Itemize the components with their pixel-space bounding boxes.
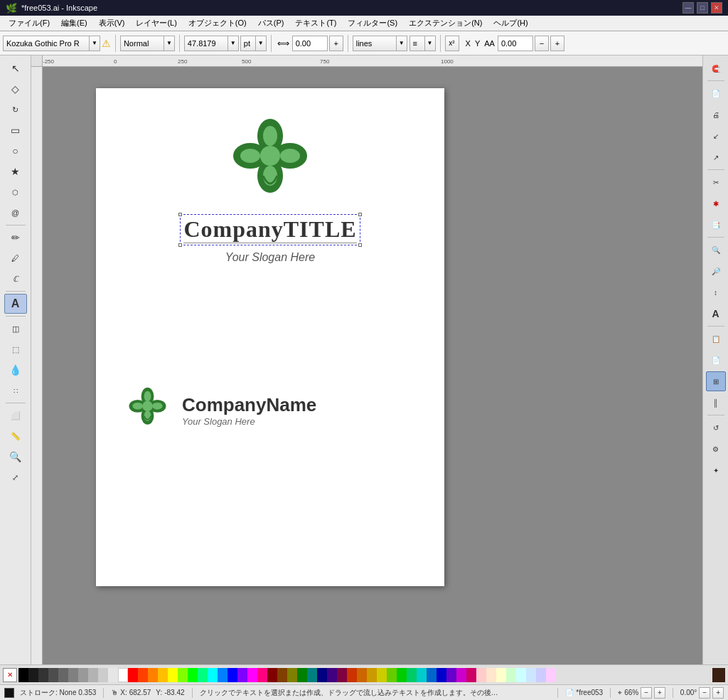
palette-swatch-amber[interactable] [158, 668, 168, 682]
palette-swatch-teal[interactable] [307, 668, 317, 682]
font-unit-dropdown[interactable]: pt ▼ [240, 36, 267, 51]
company-title-selection[interactable]: CompanyTITLE [180, 214, 360, 245]
palette-swatch-dark-green[interactable] [297, 668, 307, 682]
palette-swatch-magenta[interactable] [247, 668, 257, 682]
snap-grid2-btn[interactable]: ⊞ [706, 371, 726, 391]
line-spacing-arrow[interactable]: ▼ [396, 36, 407, 51]
palette-none-swatch[interactable]: ✕ [3, 668, 17, 682]
fill-box-icon[interactable] [4, 688, 14, 698]
snap-doc-btn[interactable]: 📄 [706, 350, 726, 370]
palette-swatch-med-blue[interactable] [437, 668, 446, 682]
palette-swatch-red[interactable] [128, 668, 138, 682]
palette-swatch-purple[interactable] [327, 668, 337, 682]
spray-tool[interactable]: ∷ [4, 381, 27, 401]
palette-swatch-sky[interactable] [417, 668, 427, 682]
align-dropdown[interactable]: ≡ ▼ [410, 36, 436, 51]
measure-tool[interactable]: 📏 [4, 426, 27, 446]
font-size-dropdown[interactable]: 47.8179 ▼ [184, 36, 239, 51]
palette-swatch-maroon[interactable] [337, 668, 347, 682]
eyedropper-tool[interactable]: 💧 [4, 360, 27, 380]
align-arrow[interactable]: ▼ [424, 36, 435, 51]
selector-tool[interactable]: ↖ [4, 58, 27, 78]
palette-swatch-lt-green[interactable] [506, 668, 516, 682]
palette-swatch-hot-pink[interactable] [466, 668, 476, 682]
snap-misc2-btn[interactable]: ⚙ [706, 439, 726, 459]
zoom-tool[interactable]: 🔍 [4, 447, 27, 467]
menu-view[interactable]: 表示(V) [93, 16, 131, 30]
snap-copy-btn[interactable]: 📋 [706, 329, 726, 349]
palette-swatch-green[interactable] [188, 668, 198, 682]
spiral-tool[interactable]: @ [4, 203, 27, 223]
palette-swatch-orange1[interactable] [138, 668, 148, 682]
rotation-down-btn[interactable]: − [699, 687, 710, 699]
close-button[interactable]: ✕ [711, 2, 722, 14]
menu-filters[interactable]: フィルター(S) [342, 16, 403, 30]
palette-swatch-lt-cyan[interactable] [516, 668, 526, 682]
snap-enable-btn[interactable]: 🧲 [706, 58, 726, 78]
menu-layer[interactable]: レイヤー(L) [130, 16, 182, 30]
canvas-area[interactable]: -250 0 250 500 750 1000 [31, 55, 702, 664]
palette-swatch-med-vio[interactable] [446, 668, 456, 682]
3dbox-tool[interactable]: ⬡ [4, 182, 27, 202]
kerning-up[interactable]: + [329, 36, 343, 51]
star-tool[interactable]: ★ [4, 161, 27, 181]
palette-swatch-yellow-g[interactable] [377, 668, 387, 682]
snap-path-btn[interactable]: ↗ [706, 147, 726, 167]
kerning-input[interactable]: 0.00 [292, 36, 328, 51]
snap-zoom-out-btn[interactable]: 🔎 [706, 261, 726, 281]
handle-bl[interactable] [178, 243, 182, 247]
palette-swatch-blue[interactable] [228, 668, 237, 682]
snap-a-btn[interactable]: A [706, 304, 726, 324]
palette-swatch-cornblue[interactable] [427, 668, 437, 682]
snap-misc1-btn[interactable]: ↺ [706, 418, 726, 438]
coord-minus[interactable]: − [535, 36, 549, 51]
palette-swatch-lt-pink[interactable] [546, 668, 556, 682]
ellipse-tool[interactable]: ○ [4, 141, 27, 161]
palette-swatch-azure[interactable] [218, 668, 228, 682]
palette-swatch-99[interactable] [78, 668, 88, 682]
minimize-button[interactable]: — [682, 2, 694, 14]
palette-swatch-lavender[interactable] [536, 668, 546, 682]
line-spacing-dropdown[interactable]: lines ▼ [353, 36, 407, 51]
palette-swatch-med-mag[interactable] [456, 668, 466, 682]
palette-swatch-pink-lt[interactable] [476, 668, 486, 682]
maximize-button[interactable]: □ [697, 2, 708, 14]
palette-swatch-med-green[interactable] [397, 668, 407, 682]
font-style-dropdown[interactable]: Normal ▼ [120, 36, 175, 51]
menu-object[interactable]: オブジェクト(O) [183, 16, 252, 30]
superscript-btn[interactable]: x² [445, 36, 459, 51]
connector-tool[interactable]: ⤢ [4, 467, 27, 487]
palette-swatch-1a[interactable] [28, 668, 38, 682]
menu-file[interactable]: ファイル(F) [3, 16, 55, 30]
title-bar-controls[interactable]: — □ ✕ [682, 2, 722, 14]
palette-swatch-4d[interactable] [48, 668, 58, 682]
palette-swatch-white[interactable] [118, 668, 128, 682]
font-unit-arrow[interactable]: ▼ [255, 36, 266, 51]
palette-swatch-brown[interactable] [277, 668, 287, 682]
menu-edit[interactable]: 編集(E) [55, 16, 93, 30]
palette-swatch-33[interactable] [38, 668, 48, 682]
palette-swatch-mint[interactable] [407, 668, 417, 682]
snap-node-btn[interactable]: ↙ [706, 126, 726, 146]
menu-help[interactable]: ヘルプ(H) [488, 16, 533, 30]
palette-swatch-burnt[interactable] [357, 668, 367, 682]
menu-path[interactable]: パス(P) [252, 16, 290, 30]
palette-swatch-66[interactable] [58, 668, 68, 682]
handle-br[interactable] [358, 243, 362, 247]
snap-misc3-btn[interactable]: ✦ [706, 460, 726, 480]
font-family-dropdown[interactable]: Kozuka Gothic Pro R ▼ [3, 36, 100, 51]
handle-tl[interactable] [178, 213, 182, 216]
calligraphy-tool[interactable]: ℂ [4, 269, 27, 289]
node-tool[interactable]: ◇ [4, 79, 27, 99]
paint-bucket-tool[interactable]: ⬚ [4, 339, 27, 359]
palette-swatch-b3[interactable] [88, 668, 98, 682]
palette-swatch-lt-blue[interactable] [526, 668, 536, 682]
palette-swatch-orange2[interactable] [148, 668, 158, 682]
document-canvas[interactable]: CompanyTITLE Your Slogan Here [43, 67, 702, 664]
palette-swatch-dark-red[interactable] [267, 668, 277, 682]
gradient-tool[interactable]: ◫ [4, 319, 27, 339]
handle-tr[interactable] [358, 213, 362, 216]
snap-from-bbox[interactable]: ✱ [706, 193, 726, 213]
palette-swatch-rose[interactable] [257, 668, 267, 682]
snap-search-btn[interactable]: 🔍 [706, 240, 726, 260]
